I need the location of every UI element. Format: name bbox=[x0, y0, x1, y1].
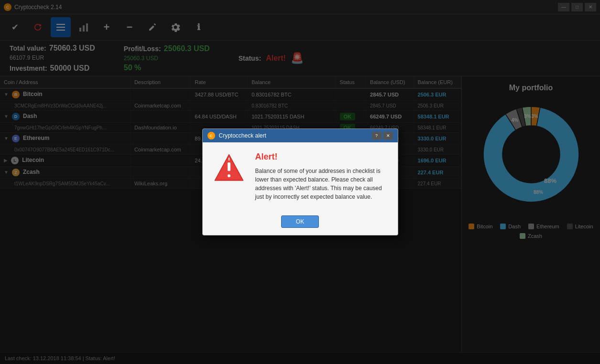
modal-app-icon: C bbox=[207, 132, 215, 139]
modal-footer: OK bbox=[203, 211, 398, 235]
modal-ok-button[interactable]: OK bbox=[281, 215, 319, 228]
modal-text-area: Alert! Balance of some of your addresses… bbox=[255, 152, 388, 201]
svg-rect-8 bbox=[228, 162, 230, 171]
modal-body: Alert! Balance of some of your addresses… bbox=[203, 142, 398, 211]
modal-titlebar: C Cryptoccheck alert ? ✕ bbox=[203, 129, 398, 142]
modal-close-button[interactable]: ✕ bbox=[383, 132, 393, 139]
alert-triangle-svg bbox=[212, 152, 246, 185]
modal-alert-icon bbox=[212, 152, 246, 185]
modal-title: Cryptoccheck alert bbox=[219, 132, 266, 139]
modal-overlay: C Cryptoccheck alert ? ✕ bbox=[0, 0, 600, 364]
modal-alert-message: Balance of some of your addresses in che… bbox=[255, 167, 388, 201]
modal-question-button[interactable]: ? bbox=[372, 132, 382, 139]
alert-modal: C Cryptoccheck alert ? ✕ bbox=[202, 128, 398, 236]
modal-controls: ? ✕ bbox=[372, 132, 393, 139]
modal-titlebar-left: C Cryptoccheck alert bbox=[207, 132, 266, 139]
modal-alert-title: Alert! bbox=[255, 152, 388, 162]
svg-point-9 bbox=[228, 174, 230, 177]
